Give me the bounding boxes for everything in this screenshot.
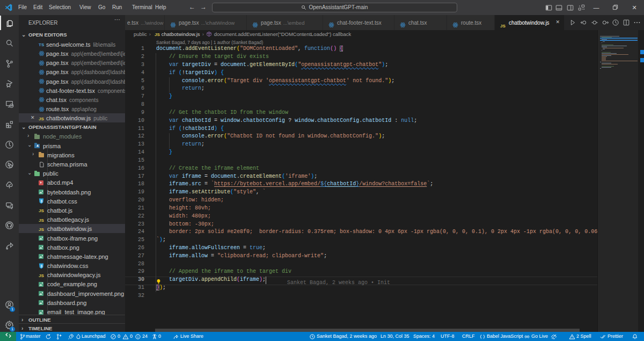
svg-text:3: 3 <box>40 264 42 267</box>
svg-text:3: 3 <box>40 199 42 203</box>
